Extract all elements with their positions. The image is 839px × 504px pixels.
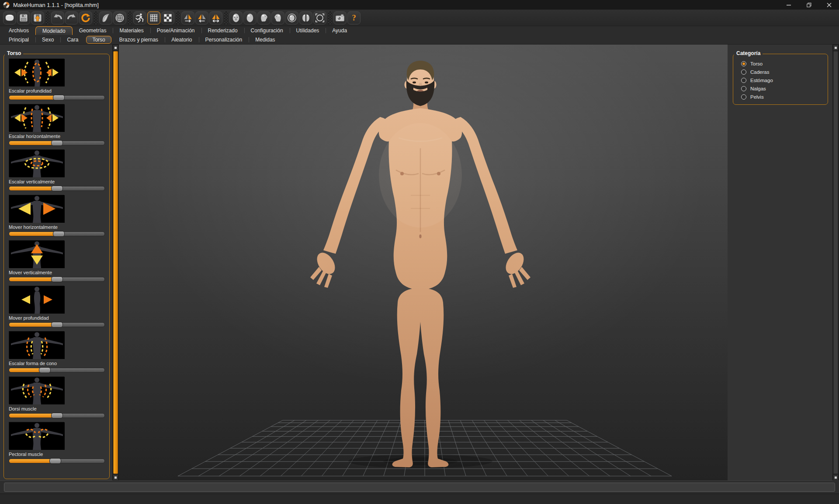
scale-depth-thumb <box>9 59 64 86</box>
slider-track[interactable] <box>9 459 105 463</box>
symmetry-both-button[interactable] <box>209 11 222 24</box>
slider-handle[interactable] <box>51 140 63 146</box>
symmetry-left-icon <box>197 13 207 23</box>
slider-group: Escalar profundidad <box>9 59 105 100</box>
symmetry-left-button[interactable] <box>195 11 208 24</box>
undo-button[interactable] <box>51 11 64 24</box>
category-option-nalgas[interactable]: Nalgas <box>737 84 824 93</box>
makehuman-window: MakeHuman 1.1.1 - [hoplita.mhm] ? Archiv… <box>0 0 839 504</box>
main-tab-bar: ArchivosModeladoGeometríasMaterialesPose… <box>0 26 839 35</box>
scale-vertical-thumb <box>9 149 64 177</box>
slider-track[interactable] <box>9 141 105 145</box>
scroll-down-button[interactable] <box>833 474 839 480</box>
reset-button[interactable] <box>79 11 92 24</box>
modifier-panel: Torso Escalar profundidadEscalar horizon… <box>0 45 119 480</box>
torso-groupbox-title: Torso <box>5 50 23 56</box>
tab-pose-animación[interactable]: Pose/Animación <box>150 26 201 35</box>
focus-icon <box>315 13 325 23</box>
scroll-up-button[interactable] <box>833 45 839 51</box>
slider-track[interactable] <box>9 231 105 236</box>
tab-geometrías[interactable]: Geometrías <box>73 26 113 35</box>
slider-handle[interactable] <box>49 458 61 464</box>
scroll-up-button[interactable] <box>113 45 118 51</box>
background-button[interactable] <box>161 11 174 24</box>
category-option-label: Pelvis <box>750 94 764 100</box>
slider-track[interactable] <box>9 368 105 373</box>
tab-ayuda[interactable]: Ayuda <box>326 26 354 35</box>
slider-handle[interactable] <box>53 231 65 237</box>
slider-fill <box>9 277 57 281</box>
tab-utilidades[interactable]: Utilidades <box>290 26 326 35</box>
subtab-torso[interactable]: Torso <box>86 36 111 44</box>
undo-icon <box>52 13 63 23</box>
minimize-button[interactable] <box>779 0 799 10</box>
grab-screenshot-button[interactable] <box>333 11 347 24</box>
view-split-button[interactable] <box>299 11 312 24</box>
tab-renderizado[interactable]: Renderizado <box>201 26 244 35</box>
back-view-icon <box>245 13 255 23</box>
radio-icon[interactable] <box>741 69 746 75</box>
slider-handle[interactable] <box>53 95 65 100</box>
slider-handle[interactable] <box>39 367 51 373</box>
view-left-button[interactable] <box>271 11 284 24</box>
tab-archivos[interactable]: Archivos <box>2 26 35 35</box>
human-model <box>310 61 530 468</box>
view-top-button[interactable] <box>285 11 298 24</box>
focus-button[interactable] <box>313 11 326 24</box>
slider-track[interactable] <box>9 322 105 327</box>
slider-label: Mover horizontalmente <box>9 224 105 230</box>
category-option-estómago[interactable]: Estómago <box>737 76 824 84</box>
tab-modelado[interactable]: Modelado <box>35 26 73 35</box>
symmetry-right-button[interactable] <box>181 11 194 24</box>
slider-handle[interactable] <box>51 322 63 328</box>
subtab-cara[interactable]: Cara <box>60 35 85 44</box>
radio-icon[interactable] <box>741 86 746 91</box>
scroll-down-button[interactable] <box>113 474 118 480</box>
slider-track[interactable] <box>9 277 105 282</box>
radio-selected-icon[interactable] <box>741 61 746 66</box>
grid-button[interactable] <box>147 11 160 24</box>
view-right-button[interactable] <box>257 11 270 24</box>
radio-icon[interactable] <box>741 94 746 100</box>
slider-track[interactable] <box>9 186 105 191</box>
category-option-pelvis[interactable]: Pelvis <box>737 93 824 101</box>
save-button[interactable] <box>17 11 30 24</box>
symmetry-right-icon <box>183 13 193 23</box>
category-option-torso[interactable]: Torso <box>737 59 824 68</box>
close-button[interactable] <box>819 0 839 10</box>
restore-button[interactable] <box>799 0 819 10</box>
subtab-personalización[interactable]: Personalización <box>199 35 249 44</box>
slider-track[interactable] <box>9 413 105 418</box>
new-document-button[interactable] <box>3 11 16 24</box>
left-scrollbar[interactable] <box>112 45 119 480</box>
help-button[interactable]: ? <box>347 11 361 24</box>
right-scrollbar-thumb[interactable] <box>833 51 838 474</box>
right-scrollbar[interactable] <box>832 45 839 480</box>
front-view-icon <box>231 13 241 23</box>
smooth-button[interactable] <box>99 11 112 24</box>
load-button[interactable] <box>31 11 44 24</box>
wireframe-button[interactable] <box>113 11 126 24</box>
subtab-sexo[interactable]: Sexo <box>35 35 60 44</box>
slider-handle[interactable] <box>51 413 63 418</box>
slider-group: Mover horizontalmente <box>9 195 105 236</box>
category-option-caderas[interactable]: Caderas <box>737 68 824 76</box>
category-groupbox-title: Categoría <box>734 50 763 56</box>
slider-handle[interactable] <box>51 186 63 191</box>
redo-button[interactable] <box>65 11 78 24</box>
subtab-medidas[interactable]: Medidas <box>249 35 281 44</box>
view-front-button[interactable] <box>229 11 243 24</box>
slider-group: Escalar verticalmente <box>9 149 105 191</box>
tab-materiales[interactable]: Materiales <box>113 26 150 35</box>
slider-track[interactable] <box>9 95 105 100</box>
left-scrollbar-thumb[interactable] <box>113 51 118 474</box>
tab-configuración[interactable]: Configuración <box>244 26 290 35</box>
view-back-button[interactable] <box>243 11 257 24</box>
skeleton-button[interactable] <box>133 11 146 24</box>
subtab-aleatorio[interactable]: Aleatorio <box>165 35 198 44</box>
viewport-3d[interactable] <box>119 45 728 480</box>
subtab-brazos-y-piernas[interactable]: Brazos y piernas <box>113 35 165 44</box>
slider-handle[interactable] <box>51 276 63 282</box>
radio-icon[interactable] <box>741 78 746 83</box>
subtab-principal[interactable]: Principal <box>2 35 35 44</box>
